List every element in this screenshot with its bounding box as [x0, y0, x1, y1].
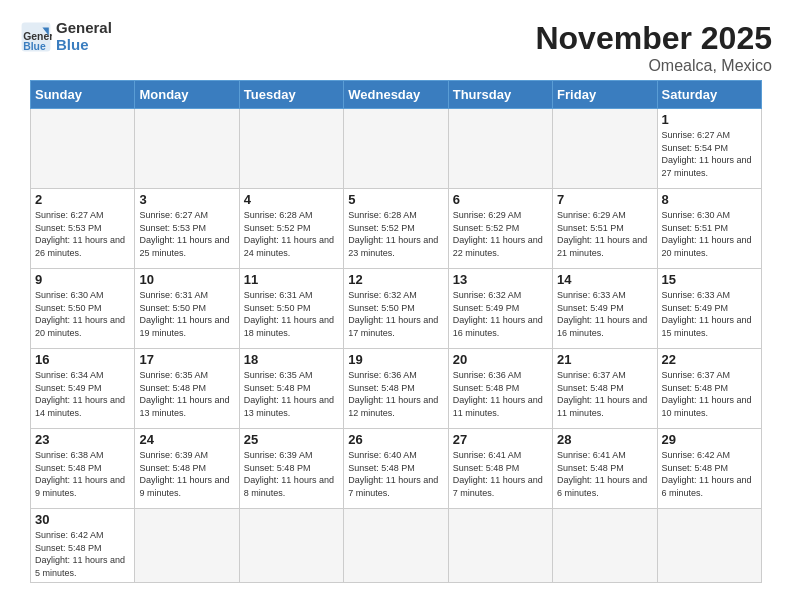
day-number: 23	[35, 432, 130, 447]
day-number: 4	[244, 192, 339, 207]
calendar-cell	[135, 509, 239, 583]
calendar-header-wednesday: Wednesday	[344, 81, 448, 109]
day-number: 2	[35, 192, 130, 207]
month-title: November 2025	[535, 20, 772, 57]
logo-icon: General Blue	[20, 21, 52, 53]
day-number: 5	[348, 192, 443, 207]
day-number: 7	[557, 192, 652, 207]
calendar-cell	[31, 109, 135, 189]
calendar-header-row: SundayMondayTuesdayWednesdayThursdayFrid…	[31, 81, 762, 109]
day-info: Sunrise: 6:27 AMSunset: 5:54 PMDaylight:…	[662, 129, 757, 179]
day-info: Sunrise: 6:32 AMSunset: 5:49 PMDaylight:…	[453, 289, 548, 339]
calendar-cell	[657, 509, 761, 583]
calendar-cell: 14Sunrise: 6:33 AMSunset: 5:49 PMDayligh…	[553, 269, 657, 349]
title-block: November 2025 Omealca, Mexico	[535, 20, 772, 75]
calendar-cell: 12Sunrise: 6:32 AMSunset: 5:50 PMDayligh…	[344, 269, 448, 349]
calendar-header-friday: Friday	[553, 81, 657, 109]
day-info: Sunrise: 6:30 AMSunset: 5:51 PMDaylight:…	[662, 209, 757, 259]
day-number: 21	[557, 352, 652, 367]
calendar-cell: 17Sunrise: 6:35 AMSunset: 5:48 PMDayligh…	[135, 349, 239, 429]
calendar-cell: 3Sunrise: 6:27 AMSunset: 5:53 PMDaylight…	[135, 189, 239, 269]
logo-blue: Blue	[56, 37, 112, 54]
calendar-header-sunday: Sunday	[31, 81, 135, 109]
calendar-cell: 9Sunrise: 6:30 AMSunset: 5:50 PMDaylight…	[31, 269, 135, 349]
calendar-cell: 2Sunrise: 6:27 AMSunset: 5:53 PMDaylight…	[31, 189, 135, 269]
day-info: Sunrise: 6:33 AMSunset: 5:49 PMDaylight:…	[557, 289, 652, 339]
day-info: Sunrise: 6:30 AMSunset: 5:50 PMDaylight:…	[35, 289, 130, 339]
calendar-cell: 29Sunrise: 6:42 AMSunset: 5:48 PMDayligh…	[657, 429, 761, 509]
day-number: 28	[557, 432, 652, 447]
day-info: Sunrise: 6:32 AMSunset: 5:50 PMDaylight:…	[348, 289, 443, 339]
calendar-cell	[448, 109, 552, 189]
calendar-cell: 27Sunrise: 6:41 AMSunset: 5:48 PMDayligh…	[448, 429, 552, 509]
calendar-cell: 23Sunrise: 6:38 AMSunset: 5:48 PMDayligh…	[31, 429, 135, 509]
calendar-cell: 7Sunrise: 6:29 AMSunset: 5:51 PMDaylight…	[553, 189, 657, 269]
day-number: 26	[348, 432, 443, 447]
calendar-cell: 30Sunrise: 6:42 AMSunset: 5:48 PMDayligh…	[31, 509, 135, 583]
day-info: Sunrise: 6:39 AMSunset: 5:48 PMDaylight:…	[244, 449, 339, 499]
calendar-cell: 1Sunrise: 6:27 AMSunset: 5:54 PMDaylight…	[657, 109, 761, 189]
day-info: Sunrise: 6:27 AMSunset: 5:53 PMDaylight:…	[35, 209, 130, 259]
calendar-cell: 18Sunrise: 6:35 AMSunset: 5:48 PMDayligh…	[239, 349, 343, 429]
calendar-table: SundayMondayTuesdayWednesdayThursdayFrid…	[30, 80, 762, 583]
day-number: 8	[662, 192, 757, 207]
day-info: Sunrise: 6:28 AMSunset: 5:52 PMDaylight:…	[348, 209, 443, 259]
day-number: 1	[662, 112, 757, 127]
day-number: 6	[453, 192, 548, 207]
calendar-cell	[344, 509, 448, 583]
day-info: Sunrise: 6:35 AMSunset: 5:48 PMDaylight:…	[139, 369, 234, 419]
day-number: 3	[139, 192, 234, 207]
calendar-cell: 15Sunrise: 6:33 AMSunset: 5:49 PMDayligh…	[657, 269, 761, 349]
day-number: 19	[348, 352, 443, 367]
day-info: Sunrise: 6:29 AMSunset: 5:51 PMDaylight:…	[557, 209, 652, 259]
day-info: Sunrise: 6:36 AMSunset: 5:48 PMDaylight:…	[453, 369, 548, 419]
svg-text:Blue: Blue	[23, 40, 46, 51]
day-number: 30	[35, 512, 130, 527]
day-number: 11	[244, 272, 339, 287]
day-number: 9	[35, 272, 130, 287]
calendar-cell	[239, 109, 343, 189]
day-number: 16	[35, 352, 130, 367]
calendar-cell: 11Sunrise: 6:31 AMSunset: 5:50 PMDayligh…	[239, 269, 343, 349]
calendar-cell: 10Sunrise: 6:31 AMSunset: 5:50 PMDayligh…	[135, 269, 239, 349]
day-number: 20	[453, 352, 548, 367]
calendar-cell: 16Sunrise: 6:34 AMSunset: 5:49 PMDayligh…	[31, 349, 135, 429]
day-number: 15	[662, 272, 757, 287]
day-number: 14	[557, 272, 652, 287]
day-info: Sunrise: 6:37 AMSunset: 5:48 PMDaylight:…	[557, 369, 652, 419]
day-info: Sunrise: 6:31 AMSunset: 5:50 PMDaylight:…	[244, 289, 339, 339]
calendar-cell: 6Sunrise: 6:29 AMSunset: 5:52 PMDaylight…	[448, 189, 552, 269]
day-info: Sunrise: 6:39 AMSunset: 5:48 PMDaylight:…	[139, 449, 234, 499]
logo-general: General	[56, 19, 112, 36]
day-info: Sunrise: 6:29 AMSunset: 5:52 PMDaylight:…	[453, 209, 548, 259]
day-info: Sunrise: 6:37 AMSunset: 5:48 PMDaylight:…	[662, 369, 757, 419]
day-info: Sunrise: 6:35 AMSunset: 5:48 PMDaylight:…	[244, 369, 339, 419]
calendar-cell: 28Sunrise: 6:41 AMSunset: 5:48 PMDayligh…	[553, 429, 657, 509]
day-number: 17	[139, 352, 234, 367]
calendar-cell: 24Sunrise: 6:39 AMSunset: 5:48 PMDayligh…	[135, 429, 239, 509]
header: General Blue General Blue November 2025 …	[10, 10, 782, 80]
calendar-cell: 22Sunrise: 6:37 AMSunset: 5:48 PMDayligh…	[657, 349, 761, 429]
logo: General Blue General Blue	[20, 20, 112, 53]
calendar-header-monday: Monday	[135, 81, 239, 109]
day-info: Sunrise: 6:34 AMSunset: 5:49 PMDaylight:…	[35, 369, 130, 419]
day-number: 10	[139, 272, 234, 287]
day-number: 13	[453, 272, 548, 287]
day-number: 27	[453, 432, 548, 447]
calendar-header-tuesday: Tuesday	[239, 81, 343, 109]
calendar-header-saturday: Saturday	[657, 81, 761, 109]
calendar-cell	[448, 509, 552, 583]
calendar-header-thursday: Thursday	[448, 81, 552, 109]
calendar-cell: 19Sunrise: 6:36 AMSunset: 5:48 PMDayligh…	[344, 349, 448, 429]
day-number: 22	[662, 352, 757, 367]
calendar-cell: 26Sunrise: 6:40 AMSunset: 5:48 PMDayligh…	[344, 429, 448, 509]
calendar-cell: 20Sunrise: 6:36 AMSunset: 5:48 PMDayligh…	[448, 349, 552, 429]
calendar-cell	[135, 109, 239, 189]
day-number: 18	[244, 352, 339, 367]
day-info: Sunrise: 6:31 AMSunset: 5:50 PMDaylight:…	[139, 289, 234, 339]
day-info: Sunrise: 6:42 AMSunset: 5:48 PMDaylight:…	[35, 529, 130, 579]
day-info: Sunrise: 6:33 AMSunset: 5:49 PMDaylight:…	[662, 289, 757, 339]
day-number: 25	[244, 432, 339, 447]
location-title: Omealca, Mexico	[535, 57, 772, 75]
calendar-cell	[344, 109, 448, 189]
